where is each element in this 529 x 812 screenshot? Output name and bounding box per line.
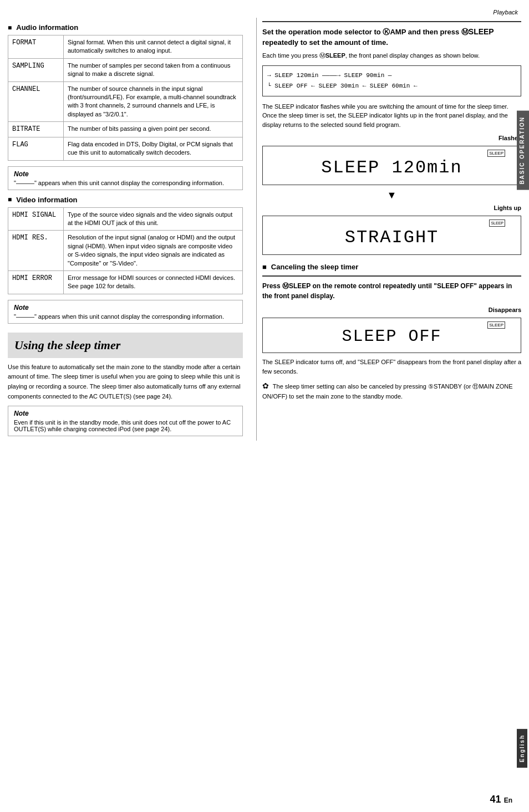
sleep-off-icon-badge: SLEEP <box>487 321 505 329</box>
sleep-timer-section: Using the sleep timer Use this feature t… <box>8 333 243 436</box>
playback-label: Playback <box>0 6 529 16</box>
table-row: FORMATSignal format. When this unit cann… <box>8 35 243 59</box>
english-label: English <box>519 734 525 762</box>
sleep-icon-badge: SLEEP <box>487 150 505 157</box>
english-tab-container: English <box>517 729 529 768</box>
table-key: SAMPLING <box>8 58 64 81</box>
sleep-off-display-panel: SLEEP SLEEP OFF <box>262 318 521 353</box>
table-row: BITRATEThe number of bits passing a give… <box>8 122 243 137</box>
audio-section-header: Audio information <box>8 23 243 32</box>
table-row: SAMPLINGThe number of samples per second… <box>8 58 243 81</box>
sleep-timer-heading: Using the sleep timer <box>8 333 243 358</box>
sun-note-text: The sleep timer setting can also be canc… <box>262 383 513 400</box>
table-desc: Flag data encoded in DTS, Dolby Digital,… <box>64 137 243 160</box>
sun-note-container: ✿ The sleep timer setting can also be ca… <box>262 380 521 401</box>
cancel-heading-text: Canceling the sleep timer <box>271 263 359 271</box>
sleep-cycle-line2: └ SLEEP OFF ← SLEEP 30min ← SLEEP 60min … <box>267 81 516 91</box>
table-row: FLAGFlag data encoded in DTS, Dolby Digi… <box>8 137 243 160</box>
audio-section-title: Audio information <box>16 23 78 32</box>
table-key: BITRATE <box>8 122 64 137</box>
down-arrow: ▼ <box>262 190 521 201</box>
sleep-indicator-description: The SLEEP indicator flashes while you ar… <box>262 102 521 130</box>
sleep-timer-note-title-text: Note <box>14 410 29 417</box>
set-selector-text: Set the operation mode selector to ⓀAMP … <box>262 27 521 48</box>
straight-sleep-icon-text: SLEEP <box>491 221 503 225</box>
sleep-timer-note-body: Even if this unit is in the standby mode… <box>14 419 237 432</box>
sleep-off-description: The SLEEP indicator turns off, and "SLEE… <box>262 358 521 376</box>
flashes-label: Flashes <box>262 135 521 141</box>
table-desc: The number of source channels in the inp… <box>64 81 243 122</box>
table-desc: The number of bits passing a given point… <box>64 122 243 137</box>
audio-note-title: Note <box>14 170 237 178</box>
table-key: HDMI ERROR <box>8 271 64 294</box>
left-column: Audio information FORMATSignal format. W… <box>8 18 252 441</box>
each-time-text: Each time you press ⓂSLEEP, the front pa… <box>262 51 521 60</box>
sun-icon: ✿ <box>262 381 269 390</box>
cancel-section-divider <box>262 275 521 277</box>
audio-note-title-text: Note <box>14 170 29 178</box>
sleep-indicator-text: The SLEEP indicator flashes while you ar… <box>262 103 508 128</box>
table-desc: The number of samples per second taken f… <box>64 58 243 81</box>
table-row: HDMI RES.Resolution of the input signal … <box>8 231 243 271</box>
cancel-section-header: Canceling the sleep timer <box>262 263 521 271</box>
sleep-timer-body: Use this feature to automatically set th… <box>8 362 243 401</box>
video-note-title: Note <box>14 304 237 311</box>
lights-up-label-text: Lights up <box>494 205 522 211</box>
table-key: HDMI RES. <box>8 231 64 271</box>
sleep-120-display-text: SLEEP 120min <box>269 157 514 178</box>
sleep-120-display-panel: SLEEP SLEEP 120min <box>262 146 521 185</box>
table-row: CHANNELThe number of source channels in … <box>8 81 243 122</box>
sleep-timer-note-box: Note Even if this unit is in the standby… <box>8 406 243 436</box>
table-key: CHANNEL <box>8 81 64 122</box>
straight-sleep-icon-badge: SLEEP <box>489 219 505 227</box>
audio-info-table: FORMATSignal format. When this unit cann… <box>8 35 243 161</box>
sleep-cycle-arrows: → SLEEP 120min ————→ SLEEP 90min — └ SLE… <box>267 70 516 91</box>
table-desc: Resolution of the input signal (analog o… <box>64 231 243 271</box>
sleep-cycle-box: → SLEEP 120min ————→ SLEEP 90min — └ SLE… <box>262 65 521 96</box>
sleep-timer-heading-text: Using the sleep timer <box>14 338 120 352</box>
straight-display-text: STRAIGHT <box>269 227 514 248</box>
sleep-120-text: SLEEP 120min <box>321 157 462 178</box>
press-sleep-text: Press ⓂSLEEP on the remote control repea… <box>262 281 521 301</box>
page-label-text: Playback <box>493 9 518 16</box>
basic-operation-label: BASIC OPERATION <box>519 116 525 185</box>
side-tabs: BASIC OPERATION <box>517 111 529 190</box>
cancel-section: Canceling the sleep timer Press ⓂSLEEP o… <box>262 263 521 401</box>
page-number: 41 En <box>490 794 512 805</box>
table-row: HDMI ERRORError message for HDMI sources… <box>8 271 243 294</box>
sleep-icon-text: SLEEP <box>489 151 503 156</box>
video-note-box: Note "———" appears when this unit cannot… <box>8 300 243 324</box>
sleep-cycle-line1: → SLEEP 120min ————→ SLEEP 90min — <box>267 70 516 81</box>
sleep-off-text: SLEEP OFF <box>342 327 441 346</box>
table-key: FORMAT <box>8 35 64 59</box>
disappears-label: Disappears <box>262 307 521 313</box>
table-row: HDMI SIGNALType of the source video sign… <box>8 207 243 231</box>
main-content: Audio information FORMATSignal format. W… <box>0 18 529 441</box>
video-info-table: HDMI SIGNALType of the source video sign… <box>8 207 243 294</box>
table-desc: Signal format. When this unit cannot det… <box>64 35 243 59</box>
top-divider <box>262 21 521 22</box>
video-section-title: Video information <box>16 196 77 204</box>
table-desc: Error message for HDMI sources or connec… <box>64 271 243 294</box>
basic-operation-tab: BASIC OPERATION <box>517 111 529 190</box>
english-tab: English <box>517 729 527 768</box>
table-desc: Type of the source video signals and the… <box>64 207 243 231</box>
video-note-body: "———" appears when this unit cannot disp… <box>14 313 237 320</box>
disappears-label-text: Disappears <box>489 307 521 313</box>
sleep-off-display-text: SLEEP OFF <box>269 327 514 346</box>
lights-up-label: Lights up <box>262 205 521 211</box>
sleep-timer-note-title: Note <box>14 410 237 417</box>
page-num: 41 <box>490 794 501 805</box>
table-key: FLAG <box>8 137 64 160</box>
straight-text: STRAIGHT <box>345 227 439 248</box>
video-note-title-text: Note <box>14 304 29 311</box>
straight-display-panel: SLEEP STRAIGHT <box>262 216 521 255</box>
page-wrapper: Playback Audio information FORMATSignal … <box>0 0 529 812</box>
sleep-off-desc-text: The SLEEP indicator turns off, and "SLEE… <box>262 359 521 375</box>
video-section-header: Video information <box>8 196 243 204</box>
table-key: HDMI SIGNAL <box>8 207 64 231</box>
audio-note-box: Note "———" appears when this unit cannot… <box>8 166 243 190</box>
audio-note-body: "———" appears when this unit cannot disp… <box>14 180 237 186</box>
right-column: Set the operation mode selector to ⓀAMP … <box>256 18 521 441</box>
page-num-suffix: En <box>504 796 512 804</box>
